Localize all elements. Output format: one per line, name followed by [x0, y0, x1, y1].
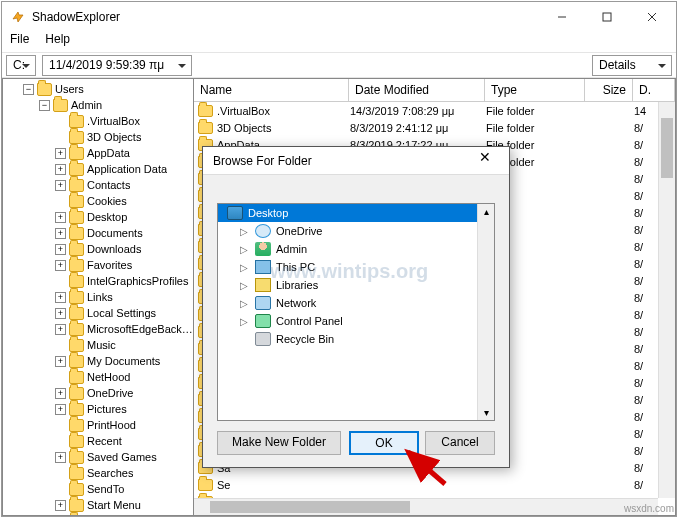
- lib-icon: [255, 278, 271, 292]
- scrollbar-picker[interactable]: ▴ ▾: [477, 204, 494, 420]
- close-button[interactable]: [629, 3, 674, 31]
- folder-label: Libraries: [276, 279, 318, 291]
- tree-item-start-menu[interactable]: +Start Menu: [3, 497, 193, 513]
- scrollbar-horizontal[interactable]: [194, 498, 658, 515]
- browse-for-folder-dialog: Browse For Folder ✕ Desktop ▴ ▾ ▷OneDriv…: [202, 146, 510, 468]
- list-row[interactable]: .VirtualBox14/3/2019 7:08:29 μμFile fold…: [194, 102, 675, 119]
- folder-item-libraries[interactable]: ▷Libraries: [218, 276, 494, 294]
- col-type[interactable]: Type: [485, 79, 585, 101]
- chevron-right-icon: ▷: [240, 298, 250, 309]
- folder-item-onedrive[interactable]: ▷OneDrive: [218, 222, 494, 240]
- drive-value: C:: [13, 58, 25, 72]
- menu-file[interactable]: File: [10, 32, 29, 52]
- tree-item-cookies[interactable]: Cookies: [3, 193, 193, 209]
- user-icon: [255, 242, 271, 256]
- net-icon: [255, 296, 271, 310]
- minimize-button[interactable]: [539, 3, 584, 31]
- pc-icon: [255, 260, 271, 274]
- col-name[interactable]: Name: [194, 79, 349, 101]
- folder-label: OneDrive: [276, 225, 322, 237]
- tree-item-3d-objects[interactable]: 3D Objects: [3, 129, 193, 145]
- col-date[interactable]: Date Modified: [349, 79, 485, 101]
- tree-item-my-documents[interactable]: +My Documents: [3, 353, 193, 369]
- tree-item-local-settings[interactable]: +Local Settings: [3, 305, 193, 321]
- tree-item-music[interactable]: Music: [3, 337, 193, 353]
- view-combo[interactable]: Details: [592, 55, 672, 76]
- tree-item-appdata[interactable]: +AppData: [3, 145, 193, 161]
- dialog-title: Browse For Folder: [213, 154, 467, 168]
- tree-item-templates[interactable]: Templates: [3, 513, 193, 516]
- folder-label: Control Panel: [276, 315, 343, 327]
- chevron-right-icon: ▷: [240, 226, 250, 237]
- ok-button[interactable]: OK: [349, 431, 419, 455]
- tree-item-nethood[interactable]: NetHood: [3, 369, 193, 385]
- app-title: ShadowExplorer: [32, 10, 539, 24]
- folder-label: Recycle Bin: [276, 333, 334, 345]
- dialog-titlebar: Browse For Folder ✕: [203, 147, 509, 175]
- dialog-buttons: Make New Folder OK Cancel: [217, 421, 495, 455]
- chevron-right-icon: ▷: [240, 244, 250, 255]
- tree-item--virtualbox[interactable]: .VirtualBox: [3, 113, 193, 129]
- tree-item-documents[interactable]: +Documents: [3, 225, 193, 241]
- tree-item-admin[interactable]: −Admin: [3, 97, 193, 113]
- col-size[interactable]: Size: [585, 79, 633, 101]
- snapshot-date-combo[interactable]: 11/4/2019 9:59:39 πμ: [42, 55, 192, 76]
- chevron-right-icon: ▷: [240, 316, 250, 327]
- bin-icon: [255, 332, 271, 346]
- toolbar: C: 11/4/2019 9:59:39 πμ Details: [2, 52, 676, 78]
- folder-label: Network: [276, 297, 316, 309]
- tree-item-sendto[interactable]: SendTo: [3, 481, 193, 497]
- tree-item-saved-games[interactable]: +Saved Games: [3, 449, 193, 465]
- tree-item-intelgraphicsprofiles[interactable]: IntelGraphicsProfiles: [3, 273, 193, 289]
- folder-item-admin[interactable]: ▷Admin: [218, 240, 494, 258]
- folder-label: Desktop: [248, 207, 288, 219]
- menu-help[interactable]: Help: [45, 32, 70, 52]
- tree-item-pictures[interactable]: +Pictures: [3, 401, 193, 417]
- tree-item-contacts[interactable]: +Contacts: [3, 177, 193, 193]
- tree-item-downloads[interactable]: +Downloads: [3, 241, 193, 257]
- folder-label: This PC: [276, 261, 315, 273]
- scrollbar-vertical[interactable]: [658, 102, 675, 498]
- source-mark: wsxdn.com: [624, 503, 674, 514]
- tree-item-onedrive[interactable]: +OneDrive: [3, 385, 193, 401]
- tree-item-links[interactable]: +Links: [3, 289, 193, 305]
- maximize-button[interactable]: [584, 3, 629, 31]
- tree-item-desktop[interactable]: +Desktop: [3, 209, 193, 225]
- snapshot-date-value: 11/4/2019 9:59:39 πμ: [49, 58, 164, 72]
- drive-combo[interactable]: C:: [6, 55, 36, 76]
- folder-item-recycle-bin[interactable]: Recycle Bin: [218, 330, 494, 348]
- window-controls: [539, 3, 674, 31]
- tree-item-searches[interactable]: Searches: [3, 465, 193, 481]
- list-header: Name Date Modified Type Size D.: [194, 79, 675, 102]
- tree-item-printhood[interactable]: PrintHood: [3, 417, 193, 433]
- cloud-icon: [255, 224, 271, 238]
- folder-item-this-pc[interactable]: ▷This PC: [218, 258, 494, 276]
- cp-icon: [255, 314, 271, 328]
- folder-label: Admin: [276, 243, 307, 255]
- folder-item-desktop[interactable]: Desktop: [218, 204, 494, 222]
- folder-item-control-panel[interactable]: ▷Control Panel: [218, 312, 494, 330]
- col-d[interactable]: D.: [633, 79, 675, 101]
- chevron-right-icon: ▷: [240, 280, 250, 291]
- svg-rect-1: [603, 13, 611, 21]
- tree-item-users[interactable]: −Users: [3, 81, 193, 97]
- list-row[interactable]: 3D Objects8/3/2019 2:41:12 μμFile folder…: [194, 119, 675, 136]
- folder-picker-list[interactable]: Desktop ▴ ▾ ▷OneDrive▷Admin▷This PC▷Libr…: [217, 203, 495, 421]
- tree-item-application-data[interactable]: +Application Data: [3, 161, 193, 177]
- dialog-close-button[interactable]: ✕: [467, 149, 503, 173]
- app-icon: [10, 9, 26, 25]
- view-value: Details: [599, 58, 636, 72]
- list-row[interactable]: Se8/: [194, 476, 675, 493]
- desktop-icon: [227, 206, 243, 220]
- menubar: File Help: [2, 32, 676, 52]
- tree-item-microsoftedgebackup[interactable]: +MicrosoftEdgeBackup: [3, 321, 193, 337]
- tree-item-favorites[interactable]: +Favorites: [3, 257, 193, 273]
- folder-tree[interactable]: −Users−Admin.VirtualBox3D Objects+AppDat…: [2, 78, 194, 516]
- chevron-right-icon: ▷: [240, 262, 250, 273]
- titlebar: ShadowExplorer: [2, 2, 676, 32]
- folder-item-network[interactable]: ▷Network: [218, 294, 494, 312]
- make-new-folder-button[interactable]: Make New Folder: [217, 431, 341, 455]
- tree-item-recent[interactable]: Recent: [3, 433, 193, 449]
- cancel-button[interactable]: Cancel: [425, 431, 495, 455]
